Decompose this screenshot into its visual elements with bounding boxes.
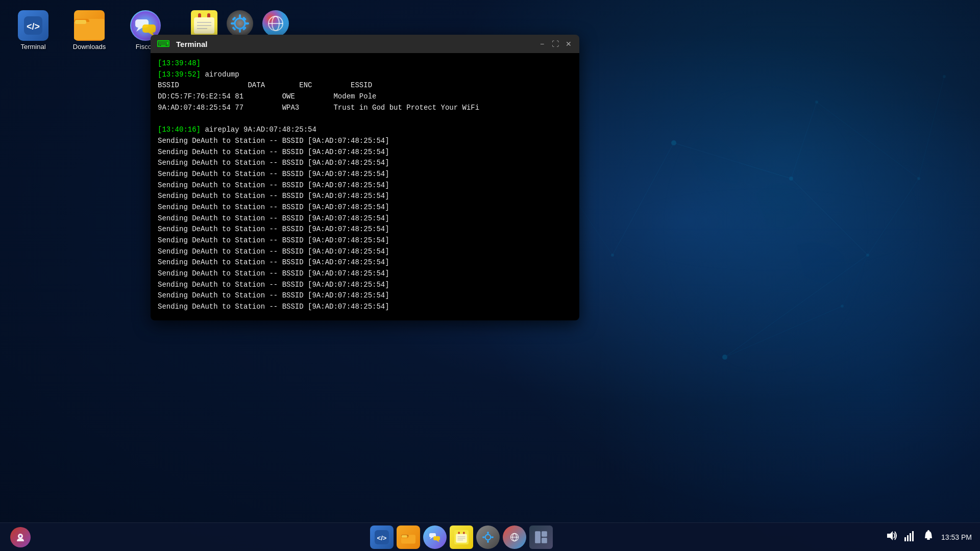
svg-line-13 — [791, 102, 817, 179]
notification-icon[interactable] — [923, 530, 934, 544]
svg-point-42 — [227, 10, 253, 37]
term-line-2: [13:39:52] airodump — [158, 69, 572, 81]
svg-rect-33 — [142, 24, 156, 33]
term-line-4: DD:C5:7F:76:E2:54 81 OWE Modem Pole — [158, 91, 572, 103]
svg-text:</>: </> — [27, 21, 40, 32]
svg-point-74 — [485, 534, 491, 540]
desktop-icon-settings[interactable] — [225, 8, 255, 39]
terminal-icon-img: </> — [18, 10, 48, 41]
titlebar-buttons: − ⛶ ✕ — [537, 39, 573, 48]
svg-rect-86 — [904, 537, 906, 541]
term-line-5: 9A:AD:07:48:25:54 77 WPA3 Trust in God b… — [158, 103, 572, 114]
term-line-13: Sending DeAuth to Station -- BSSID [9A:A… — [158, 202, 572, 213]
volume-icon[interactable] — [886, 530, 897, 544]
term-line-12: Sending DeAuth to Station -- BSSID [9A:A… — [158, 191, 572, 202]
term-line-6: [13:40:16] aireplay 9A:AD:07:48:25:54 — [158, 124, 572, 136]
terminal-title-icon: ⌨ — [157, 38, 170, 49]
signal-icon[interactable] — [904, 530, 916, 544]
taskbar-terminal-icon[interactable]: </> — [370, 525, 394, 549]
svg-rect-84 — [542, 538, 547, 543]
svg-rect-87 — [907, 535, 909, 541]
terminal-window: ⌨ Terminal − ⛶ ✕ [13:39:48] [13:39:52] a… — [151, 35, 579, 320]
svg-line-15 — [725, 255, 868, 357]
taskbar-browser-icon[interactable] — [503, 525, 526, 549]
taskbar-settings-icon[interactable] — [476, 525, 500, 549]
svg-rect-75 — [487, 532, 488, 534]
podcast-circle — [10, 527, 31, 547]
taskbar: </> — [0, 522, 980, 551]
term-line-7: Sending DeAuth to Station -- BSSID [9A:A… — [158, 136, 572, 147]
svg-rect-47 — [245, 22, 249, 24]
close-button[interactable]: ✕ — [564, 39, 573, 48]
svg-rect-29 — [75, 20, 86, 24]
taskbar-notepad-icon[interactable] — [450, 525, 473, 549]
maximize-button[interactable]: ⛶ — [551, 39, 560, 48]
terminal-body[interactable]: [13:39:48] [13:39:52] airodump BSSID DAT… — [151, 53, 579, 320]
svg-rect-82 — [535, 531, 541, 543]
svg-line-17 — [919, 77, 944, 179]
term-line-1: [13:39:48] — [158, 58, 572, 69]
svg-rect-44 — [239, 14, 241, 18]
term-line-21: Sending DeAuth to Station -- BSSID [9A:A… — [158, 290, 572, 302]
term-line-17: Sending DeAuth to Station -- BSSID [9A:A… — [158, 246, 572, 258]
svg-rect-88 — [910, 533, 911, 541]
desktop-icons-area: </> Terminal Downloads — [5, 5, 174, 56]
svg-rect-89 — [912, 531, 914, 541]
term-line-10: Sending DeAuth to Station -- BSSID [9A:A… — [158, 169, 572, 180]
term-line-8: Sending DeAuth to Station -- BSSID [9A:A… — [158, 147, 572, 158]
term-line-16: Sending DeAuth to Station -- BSSID [9A:A… — [158, 235, 572, 246]
term-line-18: Sending DeAuth to Station -- BSSID [9A:A… — [158, 257, 572, 268]
taskbar-fiscoo-icon[interactable] — [423, 525, 447, 549]
term-line-20: Sending DeAuth to Station -- BSSID [9A:A… — [158, 280, 572, 291]
term-line-3: BSSID DATA ENC ESSID — [158, 80, 572, 91]
downloads-icon-label: Downloads — [73, 43, 106, 51]
svg-rect-65 — [433, 536, 440, 540]
desktop-icon-downloads[interactable]: Downloads — [66, 10, 112, 51]
taskbar-panel-icon[interactable] — [529, 525, 553, 549]
clock: 13:53 PM — [941, 533, 972, 541]
terminal-titlebar: ⌨ Terminal − ⛶ ✕ — [151, 35, 579, 53]
topbar-extra-icons — [189, 8, 291, 39]
term-line-9: Sending DeAuth to Station -- BSSID [9A:A… — [158, 158, 572, 169]
term-line-15: Sending DeAuth to Station -- BSSID [9A:A… — [158, 224, 572, 235]
svg-point-57 — [19, 535, 21, 537]
terminal-title-text: Terminal — [176, 40, 533, 48]
svg-point-91 — [927, 530, 929, 532]
term-line-14: Sending DeAuth to Station -- BSSID [9A:A… — [158, 213, 572, 224]
downloads-icon-img — [74, 10, 105, 41]
term-line-11: Sending DeAuth to Station -- BSSID [9A:A… — [158, 180, 572, 191]
svg-rect-76 — [487, 540, 488, 542]
taskbar-apps: </> — [39, 525, 884, 549]
svg-text:</>: </> — [377, 534, 387, 541]
term-line-19: Sending DeAuth to Station -- BSSID [9A:A… — [158, 268, 572, 280]
taskbar-podcast-icon[interactable] — [8, 525, 33, 549]
svg-rect-46 — [231, 22, 235, 24]
svg-rect-45 — [239, 29, 241, 33]
svg-rect-90 — [927, 538, 930, 540]
svg-rect-77 — [482, 536, 484, 538]
svg-rect-83 — [542, 531, 547, 537]
svg-marker-85 — [887, 531, 893, 540]
taskbar-right: 13:53 PM — [886, 530, 972, 544]
term-line-blank — [158, 113, 572, 124]
taskbar-files-icon[interactable] — [397, 525, 420, 549]
desktop-icon-notepad[interactable] — [189, 8, 219, 39]
svg-line-16 — [725, 306, 842, 357]
minimize-button[interactable]: − — [537, 39, 547, 48]
svg-marker-66 — [436, 540, 439, 542]
terminal-icon-label: Terminal — [20, 43, 45, 51]
svg-rect-78 — [491, 536, 493, 538]
term-line-22: Sending DeAuth to Station -- BSSID [9A:A… — [158, 302, 572, 313]
svg-rect-62 — [402, 535, 407, 538]
desktop-icon-browser[interactable] — [260, 8, 291, 39]
svg-marker-64 — [430, 537, 433, 539]
desktop-icon-terminal[interactable]: </> Terminal — [10, 10, 56, 51]
